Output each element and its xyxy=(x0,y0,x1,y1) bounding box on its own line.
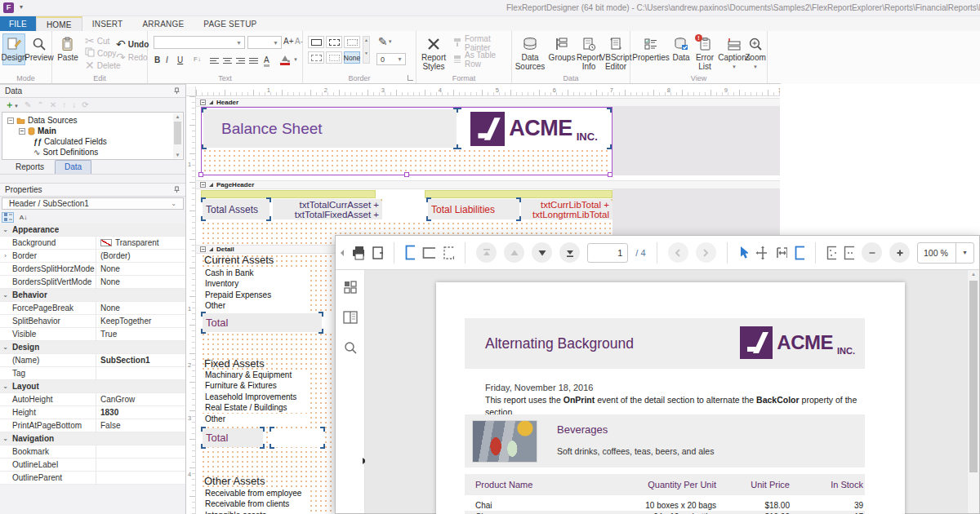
detail-field[interactable]: Other xyxy=(203,414,310,424)
vertical-align-button[interactable]: F↓ xyxy=(194,55,201,63)
error-list-button[interactable]: ! Error List xyxy=(693,33,717,74)
property-row[interactable]: BordersSplitVertMode None xyxy=(0,276,185,289)
tab-data[interactable]: Data xyxy=(55,160,91,174)
property-row[interactable]: Visible True xyxy=(0,328,185,341)
detail-field[interactable]: Inventory xyxy=(203,278,310,289)
detail-field[interactable]: Real Estate / Buildings xyxy=(203,402,310,413)
align-justify-button[interactable] xyxy=(249,56,258,65)
assets-expression-field[interactable]: txtTotalCurrAsset + txtTotalFixedAsset +… xyxy=(273,199,382,219)
collapse-box-icon[interactable]: − xyxy=(200,100,206,105)
align-right-button[interactable] xyxy=(236,56,245,65)
current-assets-title[interactable]: Current Assets xyxy=(204,254,274,266)
collapse-box-icon[interactable]: − xyxy=(7,117,14,124)
move-up-icon[interactable]: ↑ xyxy=(62,100,66,109)
section-bar-pageheader[interactable]: − PageHeader xyxy=(196,180,780,189)
detail-field[interactable]: Intangible assets xyxy=(203,510,310,514)
detail-field[interactable]: Prepaid Expenses xyxy=(203,290,310,300)
property-row[interactable]: Bookmark xyxy=(0,445,185,459)
captions-button[interactable]: Captions ▼ xyxy=(722,33,746,72)
fill-color-button[interactable] xyxy=(280,55,290,65)
properties-view-button[interactable]: Properties xyxy=(632,33,670,65)
property-row[interactable]: ⌄ Behavior xyxy=(0,289,185,302)
quick-access-caret-icon[interactable]: ▾ xyxy=(20,3,23,11)
border-none-button[interactable]: None xyxy=(344,51,360,64)
property-value[interactable]: SubSection1 xyxy=(96,356,185,365)
groups-button[interactable]: Groups xyxy=(548,33,576,65)
property-row[interactable]: ⌄ Layout xyxy=(0,380,185,393)
undo-button[interactable]: ↶Undo xyxy=(116,38,149,50)
property-value[interactable]: True xyxy=(96,330,185,339)
collapse-left-icon[interactable] xyxy=(341,250,344,256)
cut-button[interactable]: ✂Cut xyxy=(85,35,109,47)
property-value[interactable]: (Border) xyxy=(96,251,185,260)
bold-button[interactable]: B xyxy=(154,55,160,64)
page-number-input[interactable]: 1 xyxy=(587,243,628,263)
redo-button[interactable]: ↷Redo xyxy=(116,51,148,63)
pan-tool-button[interactable] xyxy=(755,246,767,260)
current-total-field[interactable]: Total xyxy=(203,313,322,332)
property-value[interactable]: KeepTogether xyxy=(96,317,185,326)
property-value[interactable]: None xyxy=(96,304,185,312)
report-info-button[interactable]: Report Info xyxy=(576,33,602,74)
logo-field[interactable]: ACMEINC. xyxy=(458,109,610,148)
row-expander-icon[interactable]: › xyxy=(0,252,11,259)
scrollbar-thumb[interactable] xyxy=(969,281,978,472)
border-width-spinner[interactable]: 0▼ xyxy=(376,53,406,65)
section-bar-header[interactable]: − Header xyxy=(196,98,780,107)
row-expander-icon[interactable]: ⌄ xyxy=(0,226,11,233)
property-value[interactable]: None xyxy=(96,277,185,286)
font-family-combo[interactable]: ▼ xyxy=(154,36,245,49)
border-style-scrollbar[interactable]: ▲▼ xyxy=(363,36,370,64)
total-liabilities-field[interactable]: Total Liabilities xyxy=(428,199,519,219)
property-row[interactable]: Tag xyxy=(0,367,185,380)
chevron-down-icon[interactable]: ▼ xyxy=(956,243,973,263)
first-page-button[interactable] xyxy=(476,242,497,263)
property-row[interactable]: OutlineParent xyxy=(0,472,185,485)
scroll-down-icon[interactable]: ▼ xyxy=(173,153,182,157)
paste-button[interactable]: Paste xyxy=(56,33,80,65)
remove-icon[interactable]: ✕ xyxy=(50,100,56,109)
copy-button[interactable]: Copy xyxy=(85,47,116,59)
alphabetical-sort-button[interactable]: A↓ xyxy=(17,212,29,223)
last-page-button[interactable] xyxy=(559,242,580,263)
collapse-box-icon[interactable]: − xyxy=(200,182,206,188)
categorized-view-button[interactable] xyxy=(2,212,14,223)
text-select-view-button[interactable] xyxy=(443,246,454,260)
tab-page-setup[interactable]: PAGE SETUP xyxy=(194,16,266,31)
thumbnails-icon[interactable] xyxy=(344,281,357,294)
property-value[interactable]: Transparent xyxy=(96,238,185,247)
tree-node-calculated-fields[interactable]: ƒƒ Calculated Fields xyxy=(2,136,183,147)
detail-field[interactable]: Cash in Bank xyxy=(203,268,310,278)
scroll-up-icon[interactable]: ▲ xyxy=(173,114,182,119)
print-button[interactable] xyxy=(351,246,364,260)
tab-home[interactable]: HOME xyxy=(36,16,82,31)
fixed-assets-title[interactable]: Fixed Assets xyxy=(204,357,265,370)
edit-icon[interactable]: ✎ xyxy=(24,100,31,109)
scroll-up-icon[interactable]: ▲ xyxy=(968,272,979,277)
report-styles-button[interactable]: Report Styles xyxy=(419,33,448,74)
fit-width-button[interactable] xyxy=(844,246,854,260)
property-row[interactable]: BordersSplitHorzMode None xyxy=(0,263,185,276)
refresh-icon[interactable]: ⟳ xyxy=(82,100,88,109)
zoom-button[interactable]: Zoom ▼ xyxy=(745,33,766,72)
align-center-button[interactable] xyxy=(223,56,232,65)
format-painter-button[interactable]: Format Painter xyxy=(452,38,511,49)
border-dots2-button[interactable] xyxy=(326,51,342,64)
previous-page-button[interactable] xyxy=(504,242,524,263)
property-row[interactable]: ForcePageBreak None xyxy=(0,302,185,315)
property-row[interactable]: ⌄ Design xyxy=(0,341,185,354)
property-row[interactable]: PrintAtPageBottom False xyxy=(0,419,185,432)
underline-button[interactable]: U xyxy=(177,55,183,64)
property-row[interactable]: ⌄ Appearance xyxy=(0,224,185,237)
tree-node-sort-definitions[interactable]: ∿ Sort Definitions xyxy=(2,147,183,157)
data-view-button[interactable]: Data xyxy=(670,33,693,65)
property-value[interactable]: None xyxy=(96,264,185,273)
align-left-button[interactable] xyxy=(210,56,219,65)
move-down-icon[interactable]: ↓ xyxy=(72,100,76,109)
collapse-icon[interactable]: ⌃ xyxy=(37,100,43,109)
resize-handle[interactable] xyxy=(198,172,203,177)
tree-scrollbar[interactable]: ▲ ▼ xyxy=(173,113,182,158)
resize-handle[interactable] xyxy=(608,172,612,177)
italic-button[interactable]: I xyxy=(166,55,168,64)
header-band[interactable]: Balance Sheet ACMEINC. xyxy=(201,107,612,175)
